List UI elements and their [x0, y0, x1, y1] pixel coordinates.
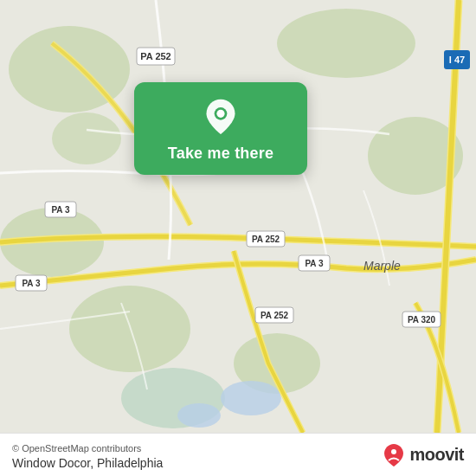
map-background: PA 252 PA 3 PA 3 PA 252 PA 252 PA 3 I 47…	[0, 0, 476, 433]
svg-text:PA 320: PA 320	[408, 315, 436, 325]
map-pin-icon	[202, 98, 240, 136]
svg-text:I 47: I 47	[449, 55, 465, 65]
moovit-text: moovit	[409, 445, 464, 465]
attribution-text: © OpenStreetMap contributors Window Doco…	[12, 440, 163, 471]
moovit-icon	[382, 443, 406, 467]
moovit-logo: moovit	[382, 443, 464, 467]
svg-point-29	[216, 110, 224, 118]
svg-text:PA 252: PA 252	[252, 235, 280, 244]
svg-text:PA 252: PA 252	[140, 51, 170, 61]
map-container: PA 252 PA 3 PA 3 PA 252 PA 252 PA 3 I 47…	[0, 0, 476, 433]
svg-point-5	[69, 286, 190, 372]
svg-point-10	[177, 403, 221, 428]
app-title: Window Docor, Philadelphia	[12, 456, 163, 470]
svg-point-9	[221, 381, 281, 415]
svg-text:PA 3: PA 3	[51, 205, 70, 215]
take-me-there-popup[interactable]: Take me there	[134, 82, 307, 175]
svg-point-8	[52, 113, 121, 164]
svg-point-2	[277, 9, 415, 78]
take-me-there-label: Take me there	[168, 145, 273, 163]
svg-text:Marple: Marple	[363, 259, 401, 273]
bottom-bar: © OpenStreetMap contributors Window Doco…	[0, 433, 476, 476]
svg-text:PA 3: PA 3	[305, 259, 324, 268]
svg-point-30	[391, 449, 396, 454]
svg-text:PA 3: PA 3	[22, 279, 41, 288]
svg-text:PA 252: PA 252	[261, 311, 289, 320]
